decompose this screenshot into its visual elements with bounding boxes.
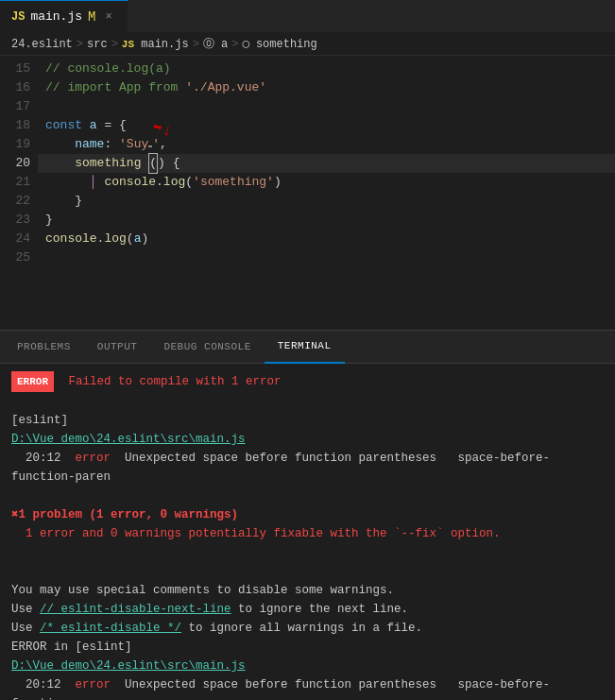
code-comment-15: // console.log(a) [45,60,171,78]
cursor-paren: ( [148,153,158,174]
eslint-error-detail-2: 20:12 error Unexpected space before func… [11,675,604,700]
line-num-20: 20 [11,154,30,173]
js-file-icon: JS [11,10,25,24]
line-num-23: 23 [11,211,30,230]
info-line-4: ERROR in [eslint] [11,638,604,657]
line-numbers: 15 16 17 18 19 20 21 22 23 24 25 [0,56,38,330]
error-badge: ERROR [11,371,54,392]
code-line-21: │ console.log('something') [38,173,615,192]
code-line-19: name: 'Suy⬌↓', [38,135,615,154]
code-line-20: something () { [38,154,615,173]
tab-problems[interactable]: PROBLEMS [4,331,84,364]
blank-4 [11,562,604,581]
blank-2 [11,487,604,505]
editor: 15 16 17 18 19 20 21 22 23 24 25 // cons… [0,56,615,330]
terminal-content[interactable]: ERROR Failed to compile with 1 error [es… [0,364,615,700]
info-line-1: You may use special comments to disable … [11,581,604,600]
panel-tabs: PROBLEMS OUTPUT DEBUG CONSOLE TERMINAL [0,331,615,364]
breadcrumb-item-2[interactable]: src [87,38,108,51]
breadcrumb-sep-1: > [77,38,83,51]
tab-main-js[interactable]: JS main.js M × [0,0,128,33]
name-with-arrow: 'Suy⬌↓' [119,135,160,154]
code-comment-16: // import App from './App.vue' [45,78,266,97]
error-message: Failed to compile with 1 error [61,375,282,388]
blank-1 [11,392,604,411]
tab-filename: main.js [30,9,82,24]
line-num-19: 19 [11,135,30,154]
breadcrumb-item-5[interactable]: ◯ something [242,37,316,51]
breadcrumb-sep-2: > [111,38,118,51]
panel: PROBLEMS OUTPUT DEBUG CONSOLE TERMINAL E… [0,330,615,700]
breadcrumb-sep-3: > [193,38,199,51]
tab-close-button[interactable]: × [101,9,115,26]
code-line-15: // console.log(a) [38,60,615,78]
line-num-15: 15 [11,60,30,78]
line-num-25: 25 [11,248,30,267]
code-line-16: // import App from './App.vue' [38,78,615,97]
tab-modified-indicator: M [88,9,95,25]
error-banner-line: ERROR Failed to compile with 1 error [11,371,604,392]
code-line-25 [38,248,615,267]
line-num-21: 21 [11,173,30,192]
line-num-22: 22 [11,192,30,211]
eslint-error-detail-1: 20:12 error Unexpected space before func… [11,449,604,487]
code-line-17 [38,97,615,116]
tab-output[interactable]: OUTPUT [84,331,151,364]
line-num-24: 24 [11,230,30,248]
code-line-24: console.log(a) [38,230,615,248]
eslint-filepath-1: D:\Vue_demo\24.eslint\src\main.js [11,430,604,449]
tab-bar: JS main.js M × [0,0,615,33]
problem-summary-1a: ✖1 problem (1 error, 0 warnings) [11,505,604,524]
tab-debug-console[interactable]: DEBUG CONSOLE [150,331,264,364]
code-line-22: } [38,192,615,211]
tab-terminal[interactable]: TERMINAL [265,331,345,364]
code-line-18: const a = { [38,116,615,135]
code-area[interactable]: // console.log(a) // import App from './… [38,56,615,330]
breadcrumb-item-3[interactable]: JS main.js [122,38,189,51]
info-line-2: Use // eslint-disable-next-line to ignor… [11,600,604,619]
breadcrumb-sep-4: > [231,38,238,51]
line-num-17: 17 [11,97,30,116]
code-line-23: } [38,211,615,230]
blank-3 [11,543,604,562]
line-num-18: 18 [11,116,30,135]
breadcrumb-item-4[interactable]: ⓪ a [203,36,228,52]
problem-summary-1b: 1 error and 0 warnings potentially fixab… [11,524,604,543]
eslint-header-1: [eslint] [11,411,604,430]
breadcrumb: 24.eslint > src > JS main.js > ⓪ a > ◯ s… [0,33,615,56]
eslint-filepath-2: D:\Vue_demo\24.eslint\src\main.js [11,657,604,675]
info-line-3: Use /* eslint-disable */ to ignore all w… [11,619,604,638]
line-num-16: 16 [11,78,30,97]
breadcrumb-item-1[interactable]: 24.eslint [11,38,73,51]
